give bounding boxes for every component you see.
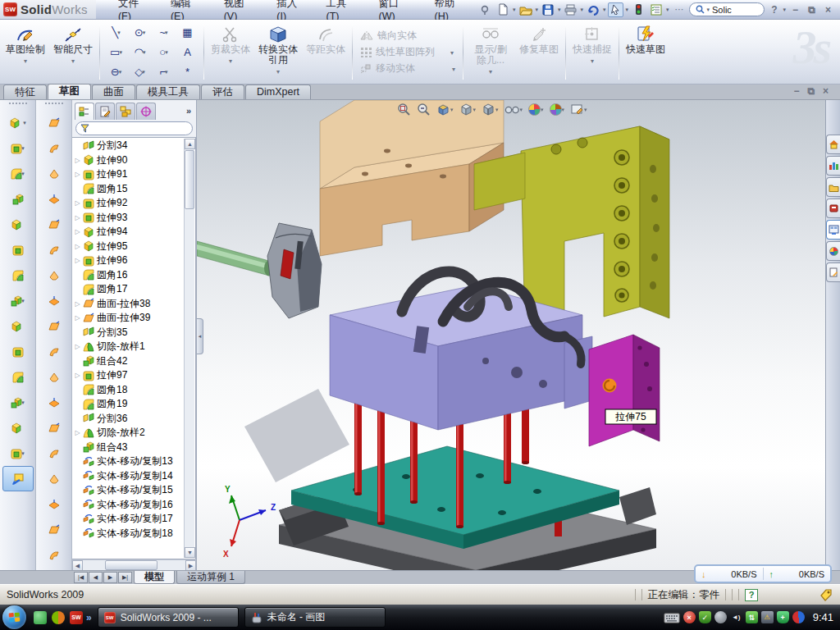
quick-snaps-button[interactable]: 快速捕捉 ▾ (568, 22, 616, 82)
save-icon[interactable] (541, 2, 556, 17)
tree-item-实体-移动/复制16[interactable]: 实体-移动/复制16 (74, 498, 184, 513)
rebuild-traffic-light-icon[interactable] (631, 2, 646, 17)
tree-item-实体-移动/复制18[interactable]: 实体-移动/复制18 (74, 527, 184, 541)
lofted-surface-button[interactable] (39, 186, 70, 212)
line-tool-button[interactable]: ╲▾ (104, 23, 128, 43)
network-speed-widget[interactable]: ↓0KB/S ↑0KB/S (694, 564, 832, 583)
pin-icon[interactable] (477, 2, 493, 17)
view-orientation-button[interactable]: ▾ (459, 103, 477, 116)
curve-through-points-button[interactable] (39, 542, 70, 568)
open-icon[interactable] (518, 2, 533, 17)
toolbar-grip[interactable] (9, 103, 27, 107)
tree-item-拉伸93[interactable]: ▷拉伸93 (74, 211, 184, 226)
antivirus-plus-icon[interactable]: + (777, 611, 789, 623)
reference-point-button[interactable] (39, 517, 70, 542)
tab-曲面[interactable]: 曲面 (92, 84, 135, 99)
extruded-boss-button[interactable]: ▾ (2, 110, 34, 135)
tree-item-分割34[interactable]: 分割34 (74, 139, 184, 153)
menu-item-2[interactable]: 视图(V) (213, 0, 267, 19)
tree-item-曲面-拉伸38[interactable]: ▷曲面-拉伸38 (74, 297, 184, 312)
thicken-surface-button[interactable] (39, 313, 70, 339)
magenta-slide-block[interactable] (589, 335, 660, 446)
keyboard-layout-icon[interactable] (664, 612, 680, 623)
featuremanager-tab[interactable] (75, 103, 94, 120)
tree-item-拉伸96[interactable]: ▷拉伸96 (74, 253, 184, 268)
tree-item-拉伸92[interactable]: ▷拉伸92 (74, 196, 184, 211)
swept-boss-button[interactable] (2, 186, 34, 212)
launcher-icon[interactable] (52, 611, 65, 624)
first-tab-icon[interactable]: |◀ (74, 572, 88, 583)
doc-restore-icon[interactable]: ⧉ (807, 85, 815, 97)
tree-item-组合43[interactable]: 组合43 (74, 441, 184, 455)
close-icon[interactable]: × (821, 3, 835, 16)
messenger-icon[interactable] (34, 611, 47, 624)
tab-草图[interactable]: 草图 (48, 84, 91, 99)
menu-item-4[interactable]: 工具(T) (316, 0, 368, 19)
tree-item-圆角19[interactable]: 圆角19 (74, 397, 184, 412)
zoom-area-button[interactable] (417, 103, 431, 116)
trim-surface-button[interactable] (39, 415, 70, 441)
display-delete-relations-button[interactable]: 显示/删除几... ▾ (466, 22, 515, 82)
spline-tool-button[interactable]: ~▾ (152, 23, 176, 43)
scroll-thumb[interactable] (185, 150, 194, 209)
next-tab-icon[interactable]: ▶ (103, 572, 117, 583)
tree-item-拉伸91[interactable]: ▷拉伸91 (74, 167, 184, 182)
taskbar-button-paint[interactable]: 未命名 - 画图 (244, 607, 386, 628)
view-settings-button[interactable]: ▾ (570, 103, 587, 116)
instant3d-button[interactable] (2, 466, 34, 491)
shield-green-icon[interactable]: ✓ (699, 611, 711, 623)
repair-sketch-button[interactable]: 修复草图 (515, 22, 563, 82)
expand-arrow-icon[interactable]: ▷ (74, 300, 81, 308)
tree-filter-input[interactable] (75, 121, 193, 135)
menu-item-3[interactable]: 插入(I) (266, 0, 315, 19)
reference-geometry-button[interactable]: ▾ (2, 390, 34, 415)
appearances-tab[interactable] (826, 241, 840, 261)
panel-collapse-handle[interactable]: ◂ (197, 318, 203, 354)
tree-horizontal-scrollbar[interactable]: ◀ ▶ (72, 559, 196, 570)
update-gear-icon[interactable] (714, 611, 727, 623)
tree-item-圆角17[interactable]: 圆角17 (74, 282, 184, 297)
swept-surface-button[interactable] (39, 110, 70, 135)
configurationmanager-tab[interactable] (116, 103, 135, 120)
spline-curve-button[interactable]: ▾ (2, 441, 34, 466)
hole-wizard-button[interactable] (2, 262, 34, 288)
point-tool-button[interactable]: * (176, 62, 199, 82)
expand-arrow-icon[interactable]: ▷ (74, 199, 81, 207)
network-ball-icon[interactable] (792, 611, 805, 623)
prev-tab-icon[interactable]: ◀ (89, 572, 103, 583)
tree-item-组合42[interactable]: 组合42 (74, 354, 184, 369)
quick-launch-chevron[interactable]: » (86, 612, 92, 623)
tree-item-圆角18[interactable]: 圆角18 (74, 383, 184, 398)
tree-item-实体-移动/复制17[interactable]: 实体-移动/复制17 (74, 512, 184, 527)
smart-dimension-button[interactable]: 智能尺寸 ▾ (49, 22, 97, 82)
volume-icon[interactable]: ◄) (730, 611, 742, 623)
ellipse-tool-button[interactable]: ○▾ (152, 43, 176, 62)
tree-item-拉伸95[interactable]: ▷拉伸95 (74, 240, 184, 254)
custom-properties-tab[interactable] (826, 262, 840, 282)
view-palette-tab[interactable] (826, 220, 840, 240)
expand-arrow-icon[interactable]: ▷ (74, 214, 81, 221)
filled-surface-button[interactable] (39, 491, 70, 517)
linear-pattern-button[interactable]: 线性草图阵列 ▾ (360, 45, 455, 59)
tree-item-实体-移动/复制14[interactable]: 实体-移动/复制14 (74, 469, 184, 484)
circle-tool-button[interactable]: ⊙▾ (128, 23, 152, 43)
edit-appearance-button[interactable]: ▾ (528, 103, 544, 116)
menu-item-0[interactable]: 文件(F) (107, 0, 160, 19)
tree-item-圆角15[interactable]: 圆角15 (74, 182, 184, 197)
scroll-down-icon[interactable]: ▼ (185, 547, 195, 558)
apply-scene-button[interactable]: ▾ (550, 103, 565, 116)
move-copy-body-button[interactable] (2, 364, 34, 390)
select-arrow-icon[interactable] (608, 2, 623, 17)
print-icon[interactable] (563, 2, 578, 17)
fillet-surface-button[interactable] (39, 466, 70, 491)
expand-arrow-icon[interactable]: ▷ (74, 372, 81, 379)
move-entities-button[interactable]: 移动实体 ▾ (360, 62, 455, 75)
undo-icon[interactable] (586, 2, 601, 17)
curve-tools-button[interactable] (2, 415, 34, 441)
menu-item-5[interactable]: 窗口(W) (368, 0, 424, 19)
slot-tool-button[interactable]: ⊖▾ (104, 62, 128, 82)
surface-elbow-button[interactable] (39, 339, 70, 364)
doc-minimize-icon[interactable]: − (793, 85, 799, 97)
options-checklist-icon[interactable] (649, 2, 664, 17)
sketch-draw-button[interactable]: 草图绘制 ▾ (2, 22, 49, 82)
